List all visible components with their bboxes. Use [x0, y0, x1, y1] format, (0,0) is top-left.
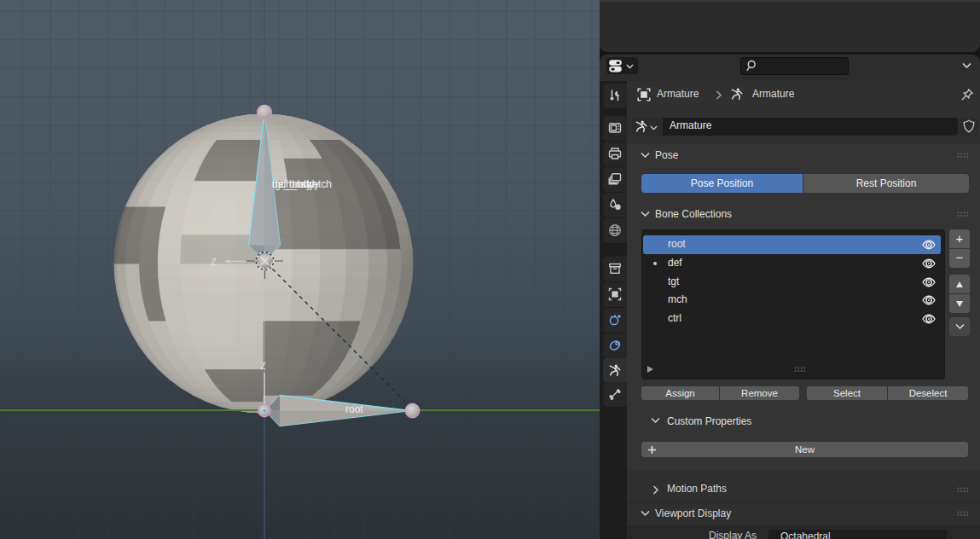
- svg-text:root: root: [345, 403, 363, 415]
- svg-text:Z: Z: [211, 257, 217, 267]
- svg-text:Z: Z: [260, 361, 266, 371]
- svg-text:stretch: stretch: [301, 178, 332, 190]
